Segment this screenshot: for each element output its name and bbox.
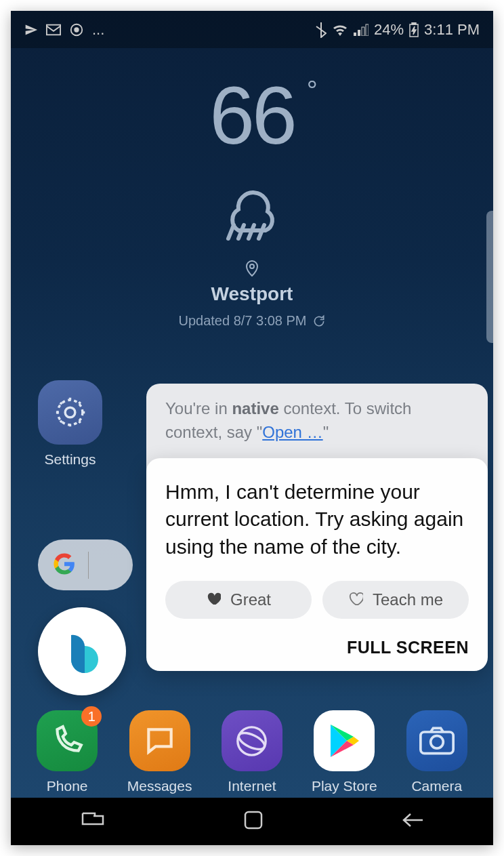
phone-icon: 1 xyxy=(37,710,98,771)
svg-rect-3 xyxy=(354,33,356,36)
bixby-button[interactable] xyxy=(38,607,126,695)
dock: 1 Phone Messages Internet Play Store xyxy=(11,710,493,794)
feedback-teach-button[interactable]: Teach me xyxy=(322,581,469,619)
degree-icon: ° xyxy=(307,75,315,106)
location-name: Westport xyxy=(11,283,493,305)
fullscreen-button[interactable]: FULL SCREEN xyxy=(165,638,469,657)
feedback-great-button[interactable]: Great xyxy=(165,581,312,619)
clock-time: 3:11 PM xyxy=(424,21,480,39)
svg-rect-6 xyxy=(366,24,369,36)
google-g-icon xyxy=(53,552,76,578)
heart-filled-icon xyxy=(206,590,221,609)
camera-label: Camera xyxy=(411,778,462,794)
recents-button[interactable] xyxy=(80,811,106,832)
phone-screen: ... 24% 3:11 PM 66° xyxy=(11,11,493,845)
divider xyxy=(88,552,89,579)
svg-line-12 xyxy=(259,225,264,239)
status-right-icons: 24% 3:11 PM xyxy=(316,21,480,39)
refresh-icon[interactable] xyxy=(312,314,326,328)
home-button[interactable] xyxy=(243,810,264,833)
internet-icon xyxy=(222,710,282,771)
phone-label: Phone xyxy=(47,778,88,794)
temperature-value: 66° xyxy=(209,68,294,162)
bixby-logo-icon xyxy=(55,624,109,678)
app-settings[interactable]: Settings xyxy=(38,380,102,468)
svg-rect-5 xyxy=(362,27,364,36)
signal-icon xyxy=(354,24,369,36)
feedback-row: Great Teach me xyxy=(165,581,469,619)
app-camera[interactable]: Camera xyxy=(394,710,479,794)
play-store-label: Play Store xyxy=(312,778,377,794)
send-icon xyxy=(24,23,38,37)
gear-icon xyxy=(38,380,102,445)
bixby-message: Hmm, I can't determine your current loca… xyxy=(165,478,469,561)
svg-rect-8 xyxy=(412,22,416,24)
location-pin-icon xyxy=(11,260,493,277)
svg-line-11 xyxy=(249,225,254,239)
settings-label: Settings xyxy=(45,451,96,468)
google-search-bar[interactable] xyxy=(38,539,133,590)
more-icon: ... xyxy=(92,21,104,39)
battery-percent: 24% xyxy=(374,21,404,39)
weather-widget[interactable]: 66° Westport Updated 8/7 3:08 PM xyxy=(11,48,493,329)
internet-label: Internet xyxy=(228,778,276,794)
play-store-icon xyxy=(314,710,375,771)
notification-badge: 1 xyxy=(81,706,102,727)
bixby-response: Hmm, I can't determine your current loca… xyxy=(146,458,488,672)
app-phone[interactable]: 1 Phone xyxy=(25,710,110,794)
navigation-bar xyxy=(11,798,493,845)
open-link[interactable]: Open … xyxy=(262,423,322,441)
rain-cloud-icon xyxy=(11,179,493,243)
svg-point-19 xyxy=(430,736,443,749)
app-play-store[interactable]: Play Store xyxy=(302,710,387,794)
camera-icon xyxy=(406,710,467,771)
heart-outline-icon xyxy=(348,590,363,609)
svg-point-2 xyxy=(75,28,79,32)
updated-time: Updated 8/7 3:08 PM xyxy=(11,313,493,329)
wifi-icon xyxy=(332,24,348,36)
back-button[interactable] xyxy=(401,811,424,832)
status-bar[interactable]: ... 24% 3:11 PM xyxy=(11,11,493,48)
svg-point-13 xyxy=(250,264,254,268)
app-internet[interactable]: Internet xyxy=(209,710,294,794)
status-left-icons: ... xyxy=(24,21,104,39)
svg-rect-4 xyxy=(358,30,360,36)
bixby-card: You're in native context. To switch cont… xyxy=(146,384,488,671)
battery-icon xyxy=(409,22,419,37)
svg-line-9 xyxy=(228,225,234,239)
mail-icon xyxy=(46,24,61,36)
target-icon xyxy=(69,22,84,37)
messages-icon xyxy=(129,710,190,771)
svg-point-14 xyxy=(65,407,75,417)
edge-panel-handle[interactable] xyxy=(486,211,493,343)
messages-label: Messages xyxy=(127,778,192,794)
svg-rect-20 xyxy=(245,812,261,828)
svg-line-10 xyxy=(238,225,244,239)
app-messages[interactable]: Messages xyxy=(117,710,202,794)
svg-rect-0 xyxy=(47,24,60,35)
bluetooth-icon xyxy=(316,22,327,38)
